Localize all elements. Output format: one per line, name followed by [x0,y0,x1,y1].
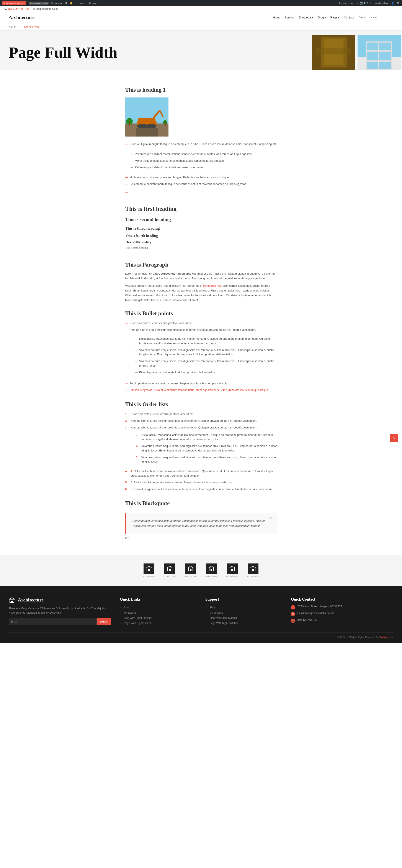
footer-logo: Architecture [9,597,111,603]
copyright-brand[interactable]: Architecture [379,636,393,639]
contact-title: Quick Contact [291,597,393,602]
edit-label[interactable]: Edit [125,537,277,539]
nav-home[interactable]: Home [273,16,280,19]
svg-rect-23 [129,121,130,126]
list-item: Morbi tristique senectus et netus et mal… [131,158,277,164]
nav-blog[interactable]: Blog ▾ [317,16,326,19]
logo-text-4: MONOLINE [205,576,217,578]
fifth-heading: This is fifth heading [125,241,277,244]
footer-bottom: © 2024 - 2025 | All Rights Reserved By A… [9,632,393,639]
support-links-list: Shop My account Blog With Right Sidebar … [205,605,282,626]
footer-about: Architecture There Are Many Variations O… [9,597,111,626]
footer-email-input[interactable] [9,618,97,625]
svg-rect-46 [11,601,13,602]
svg-rect-11 [367,62,378,69]
order-nested-item: Nulla facilisi. Maecenas lacinia ac nisl… [136,432,277,443]
nav-contact[interactable]: Contact [344,16,354,19]
svg-marker-39 [230,566,235,568]
nav-page[interactable]: Page ▾ [330,16,340,19]
list-item: Morbi maximus sit amet purus sed feugiat… [125,174,277,181]
footer-email-contact: ✉ Email: Mail@Constructions.com [291,612,393,616]
logo-icon-5 [227,563,238,574]
search-input[interactable] [357,15,393,20]
pinterest-icon[interactable]: 𝐏 [364,2,366,5]
third-heading: This is third heading [125,226,277,231]
footer-email-form: SUBMIT [9,618,111,625]
support-link[interactable]: Page With Right Sidebar [209,622,238,625]
support-link[interactable]: Shop [209,606,215,609]
list-item: Pellentesque habitant morbi tristique se… [125,181,277,188]
new-link[interactable]: New [79,2,85,4]
svg-marker-36 [209,566,214,568]
svg-marker-27 [146,566,152,568]
nav-service[interactable]: Service [285,16,294,19]
bullet-nested-item: Nulla facilisi. Maecenas lacinia ac nisl… [135,336,277,347]
support-link[interactable]: Blog With Right Sidebar [209,616,237,619]
quote-icon: " [270,516,273,524]
para-link[interactable]: Proin arcu nisi [203,284,221,287]
logo-item-6: MONOLINE [247,563,259,578]
phone-icon: 📞 [291,619,295,623]
coming-soon-badge[interactable]: Time coming soon [29,2,48,5]
bullet-item: Sed imperdiet venenatis justo a ornare. … [125,380,277,387]
bullet-item: Nunc quis ante et enim viverra porttitor… [125,320,277,327]
quick-link[interactable]: My account [124,611,137,614]
facebook-icon[interactable]: 𝐟 [367,2,368,5]
breadcrumb: Home → Page Full Width [0,23,402,31]
admin-bar: building-architecture Time coming soon C… [0,0,402,6]
main-content: This is heading 1 Nunc vel ligula in aug… [121,70,281,555]
footer-submit-button[interactable]: SUBMIT [97,618,111,625]
heading-1-title: This is heading 1 [125,87,277,93]
site-logo[interactable]: Architecture [9,14,34,20]
footer-address: 📍 20 Factory Street, Newyork, NY 10205 [291,605,393,610]
order-item: 4 Nulla facilisi. Maecenas lacinia ac ni… [125,468,277,479]
nav-shotcode[interactable]: Shotcode ▾ [298,16,313,19]
edit-page-link[interactable]: Edit Page [87,2,97,4]
footer-description: There Are Many Variations Of Passages Of… [9,606,111,615]
quick-link[interactable]: Page With Right Sidebar [124,622,153,625]
twitter-icon[interactable]: 𝕏 [357,2,359,5]
email-address: ✉ support@info.Com [33,7,58,10]
copyright-text: © 2024 - 2025 | All Rights Reserved By A… [337,636,393,639]
quick-link-item: Shop [120,605,197,610]
logo-item-1: MONOLINE [143,563,155,578]
phone-number: 📞 (S) 1234-456-798 [4,7,29,10]
separator-2 [125,254,277,254]
logo-icon-2 [164,563,175,574]
bullet-nested-item: Vivamus pretium neque libero, sed dignis… [135,358,277,369]
quick-links-title: Quick Links [120,597,197,602]
svg-rect-15 [136,128,158,136]
fourth-heading: This is fourth heading [125,234,277,238]
contact-bar: 📞 (S) 1234-456-798 ✉ support@info.Com [0,6,402,12]
second-heading: This is second heading [125,217,277,222]
logo-icon-6 [247,563,259,574]
map-icon: 📍 [291,605,295,610]
breadcrumb-home[interactable]: Home [9,25,15,28]
svg-rect-31 [169,569,171,571]
svg-marker-42 [250,566,256,568]
bullet-nested-item: Etiam ligula turpis, vulputate in dui ac… [135,369,277,376]
order-item: 5 Sed imperdiet venenatis justo a ornare… [125,479,277,486]
site-name[interactable]: building-architecture [2,1,26,5]
back-to-top-button[interactable]: ⌂ [390,434,398,442]
search-admin-icon[interactable]: 🔍 [397,2,400,5]
email-icon: ✉ [291,612,295,616]
order-item: 6 Phasellus egestas, nulla et vestibulum… [125,486,277,493]
red-dash: — [125,191,128,194]
page-title: Page Full Width [9,43,393,62]
quick-link[interactable]: Blog With Right Sidebar [124,616,152,619]
support-link-item: Page With Right Sidebar [205,621,282,626]
order-heading: This is Order lists [125,401,277,408]
social-icons: 𝕏 📷 𝐏 𝐟 [357,2,368,5]
instagram-icon[interactable]: 📷 [360,2,363,5]
order-list-main: Nunc quis ante et enim viverra porttitor… [125,411,277,493]
support-link[interactable]: My account [209,611,223,614]
blockquote-heading: This is Blockquote [125,500,277,506]
customize-link[interactable]: Customize [51,2,62,4]
logo-text-6: MONOLINE [247,576,259,578]
svg-rect-40 [231,569,233,571]
quick-link[interactable]: Shop [124,606,130,609]
order-item: Nunc quis ante et enim viverra porttitor… [125,411,277,417]
order-item: Nam ac nibh id turpis efficitur pellente… [125,417,277,424]
logo-text-2: MONOLINE [164,576,176,578]
